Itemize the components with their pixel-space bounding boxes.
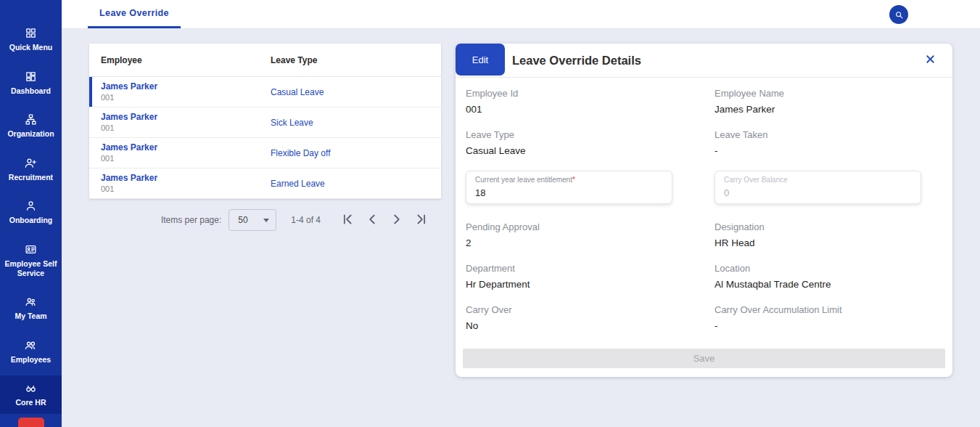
sidebar-item-label: Employees <box>11 355 51 365</box>
field-carry-over: Carry Over No <box>466 304 715 331</box>
field-value: James Parker <box>715 104 938 115</box>
field-value: Al Mustaqbal Trade Centre <box>715 279 938 290</box>
field-value: HR Head <box>715 237 938 248</box>
entitlement-input-label: Current year leave entitlement* <box>475 176 663 184</box>
sidebar-item-employees[interactable]: Employees <box>0 333 62 371</box>
field-leave-taken: Leave Taken - <box>715 129 938 156</box>
employee-id: 001 <box>101 184 271 194</box>
field-label: Employee Name <box>715 88 938 99</box>
employee-id: 001 <box>101 123 271 133</box>
leave-list-table: Employee Leave Type James Parker 001 Cas… <box>89 44 441 199</box>
self-service-icon <box>25 243 37 256</box>
field-leave-type: Leave Type Casual Leave <box>466 129 715 156</box>
field-employee-name: Employee Name James Parker <box>715 88 938 115</box>
leave-type-link[interactable]: Earned Leave <box>271 179 429 189</box>
entitlement-input[interactable] <box>475 187 663 198</box>
onboarding-icon <box>25 200 37 212</box>
leave-type-link[interactable]: Sick Leave <box>271 118 429 128</box>
table-row[interactable]: James Parker 001 Flexible Day off <box>89 138 441 168</box>
paginator: Items per page: 50 1-4 of 4 <box>89 209 441 231</box>
table-row[interactable]: James Parker 001 Sick Leave <box>89 107 441 138</box>
employee-name: James Parker <box>101 173 271 184</box>
sidebar-item-label: Recruitment <box>9 173 53 182</box>
sidebar-item-label: Dashboard <box>11 86 51 96</box>
field-label: Location <box>715 263 938 274</box>
field-label: Leave Type <box>466 129 715 140</box>
page-range-label: 1-4 of 4 <box>291 215 321 225</box>
core-hr-icon <box>25 382 37 394</box>
first-page-icon <box>339 211 355 227</box>
items-per-page-select[interactable]: 50 <box>228 209 276 231</box>
employee-name: James Parker <box>101 81 271 93</box>
last-page-icon <box>413 211 429 227</box>
sidebar-bottom-badge[interactable] <box>18 418 44 427</box>
content: Employee Leave Type James Parker 001 Cas… <box>62 29 980 427</box>
table-header-row: Employee Leave Type <box>89 44 441 77</box>
field-label: Carry Over <box>466 304 715 315</box>
field-value: No <box>466 320 715 331</box>
tab-leave-override[interactable]: Leave Override <box>88 0 181 28</box>
main-area: Leave Override Employee Leave Type James… <box>62 0 980 427</box>
leave-type-link[interactable]: Flexible Day off <box>271 148 429 158</box>
sidebar-item-core-hr[interactable]: Core HR <box>0 375 62 414</box>
search-button[interactable] <box>889 5 908 24</box>
topbar: Leave Override <box>62 0 980 29</box>
sidebar-item-quick-menu[interactable]: Quick Menu <box>0 20 62 59</box>
sidebar-item-label: Organization <box>7 129 54 139</box>
previous-page-button[interactable] <box>364 211 380 229</box>
details-header: Leave Override Details <box>456 44 952 78</box>
field-carry-over-accumulation-limit: Carry Over Accumulation Limit - <box>715 304 938 331</box>
employee-cell: James Parker 001 <box>101 112 271 134</box>
dashboard-icon <box>25 70 37 83</box>
sidebar-item-my-team[interactable]: My Team <box>0 289 62 328</box>
field-label: Leave Taken <box>715 129 938 140</box>
close-button[interactable] <box>923 52 938 69</box>
table-row[interactable]: James Parker 001 Earned Leave <box>89 168 441 199</box>
field-value: Casual Leave <box>466 145 715 156</box>
edit-button[interactable]: Edit <box>456 44 505 76</box>
sidebar-item-dashboard[interactable]: Dashboard <box>0 64 62 102</box>
field-value: - <box>715 145 938 156</box>
sidebar-item-employee-self-service[interactable]: Employee Self Service <box>0 237 62 284</box>
first-page-button[interactable] <box>339 211 355 229</box>
carry-over-balance-input-box: Carry Over Balance <box>715 171 921 204</box>
employee-cell: James Parker 001 <box>101 173 271 195</box>
sidebar-item-label: My Team <box>15 312 46 321</box>
search-icon <box>894 10 904 20</box>
employee-cell: James Parker 001 <box>101 142 271 164</box>
sidebar-item-label: Onboarding <box>9 216 53 225</box>
details-title: Leave Override Details <box>512 54 641 68</box>
employee-cell: James Parker 001 <box>101 81 271 103</box>
quick-menu-icon <box>25 27 37 39</box>
next-page-button[interactable] <box>389 211 405 229</box>
leave-override-details-card: Edit Leave Override Details Employee Id … <box>456 44 952 377</box>
sidebar-item-organization[interactable]: Organization <box>0 107 62 145</box>
column-header-employee: Employee <box>101 55 271 65</box>
field-designation: Designation HR Head <box>715 221 938 248</box>
sidebar-item-label: Employee Self Service <box>2 259 59 277</box>
table-row[interactable]: James Parker 001 Casual Leave <box>89 77 441 107</box>
carry-over-balance-input <box>724 187 912 198</box>
leave-type-link[interactable]: Casual Leave <box>271 87 429 97</box>
sidebar: Quick Menu Dashboard Organization Recrui… <box>0 0 62 427</box>
last-page-button[interactable] <box>413 211 429 229</box>
my-team-icon <box>25 296 37 308</box>
organization-icon <box>25 113 37 126</box>
chevron-right-icon <box>389 211 405 227</box>
sidebar-item-onboarding[interactable]: Onboarding <box>0 193 62 232</box>
field-label: Carry Over Accumulation Limit <box>715 304 938 315</box>
employee-id: 001 <box>101 153 271 163</box>
entitlement-input-box: Current year leave entitlement* <box>466 171 672 204</box>
field-employee-id: Employee Id 001 <box>466 88 715 115</box>
employee-name: James Parker <box>101 112 271 123</box>
close-icon <box>924 53 936 65</box>
field-label: Department <box>466 263 715 274</box>
recruitment-icon <box>25 157 37 169</box>
chevron-left-icon <box>364 211 380 227</box>
app-root: Quick Menu Dashboard Organization Recrui… <box>0 0 980 427</box>
employees-icon <box>25 339 37 351</box>
field-value: Hr Department <box>466 279 715 290</box>
details-body: Employee Id 001 Employee Name James Park… <box>456 78 952 346</box>
sidebar-item-recruitment[interactable]: Recruitment <box>0 150 62 189</box>
employee-id: 001 <box>101 92 271 102</box>
